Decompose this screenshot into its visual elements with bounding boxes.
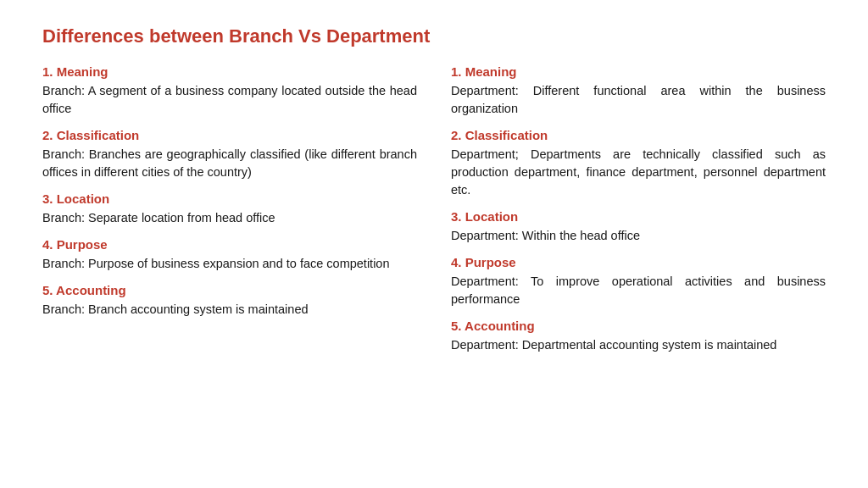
page-title: Differences between Branch Vs Department <box>42 25 826 47</box>
right-body-5: Department: Departmental accounting syst… <box>451 336 826 354</box>
right-body-1: Department: Different functional area wi… <box>451 82 826 118</box>
left-heading-1-text: Meaning <box>53 64 108 79</box>
left-column: 1. Meaning Branch: A segment of a busine… <box>42 64 417 364</box>
right-heading-5: 5. Accounting <box>451 319 826 333</box>
right-heading-2: 2. Classification <box>451 128 826 142</box>
right-heading-3: 3. Location <box>451 209 826 224</box>
right-body-2: Department; Departments are technically … <box>451 146 826 199</box>
left-heading-2: 2. Classification <box>42 128 417 142</box>
left-heading-3: 3. Location <box>42 191 417 206</box>
right-body-4: Department: To improve operational activ… <box>451 273 826 308</box>
right-column: 1. Meaning Department: Different functio… <box>451 64 826 364</box>
left-body-4: Branch: Purpose of business expansion an… <box>42 255 417 273</box>
left-heading-1-prefix: 1. <box>42 64 53 79</box>
left-body-2: Branch: Branches are geographically clas… <box>42 146 417 181</box>
page: Differences between Branch Vs Department… <box>0 0 868 488</box>
right-heading-1: 1. Meaning <box>451 64 826 79</box>
left-heading-4: 4. Purpose <box>42 237 417 252</box>
left-body-1: Branch: A segment of a business company … <box>42 82 417 118</box>
left-heading-5: 5. Accounting <box>42 283 417 297</box>
right-body-3: Department: Within the head office <box>451 227 826 245</box>
right-heading-4: 4. Purpose <box>451 255 826 269</box>
left-heading-1: 1. Meaning <box>42 64 417 79</box>
left-body-3: Branch: Separate location from head offi… <box>42 209 417 227</box>
content-columns: 1. Meaning Branch: A segment of a busine… <box>42 64 826 364</box>
left-body-5: Branch: Branch accounting system is main… <box>42 301 417 319</box>
